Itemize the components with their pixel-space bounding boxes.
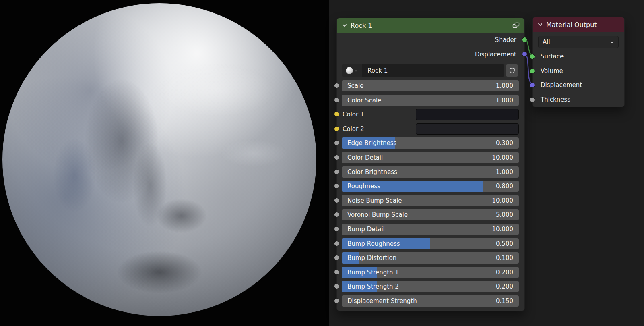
- input-socket[interactable]: [334, 198, 339, 203]
- color-swatch[interactable]: [416, 123, 519, 135]
- input-socket[interactable]: [334, 284, 339, 289]
- input-socket[interactable]: [334, 98, 339, 103]
- displacement-output-label: Displacement: [475, 51, 516, 58]
- value-slider[interactable]: Voronoi Bump Scale5.000: [342, 209, 519, 220]
- material-name-field[interactable]: Rock 1: [362, 64, 504, 77]
- render-target-dropdown[interactable]: All: [538, 36, 619, 48]
- material-datablock-row: Rock 1: [342, 64, 518, 77]
- node-group-icon: [512, 22, 520, 29]
- node-rock1[interactable]: Rock 1 Shader Displacement Rock 1 Scale1…: [336, 18, 525, 311]
- value-slider[interactable]: Color Scale1.000: [342, 95, 519, 106]
- input-socket[interactable]: [530, 83, 535, 88]
- slider-input-row: Roughness0.800: [337, 181, 524, 192]
- input-socket[interactable]: [334, 140, 339, 145]
- slider-input-row: Bump Detail10.000: [337, 224, 524, 235]
- slider-input-row: Scale1.000: [337, 80, 524, 91]
- slider-input-row: Color Brightness1.000: [337, 166, 524, 178]
- material-icon: [346, 67, 353, 74]
- color-input-row: Color 2: [337, 123, 524, 135]
- slider-label: Color Brightness: [347, 166, 397, 178]
- slider-label: Voronoi Bump Scale: [347, 209, 408, 220]
- value-slider[interactable]: Noise Bump Scale10.000: [342, 195, 519, 206]
- slider-value: 0.150: [496, 295, 513, 307]
- input-socket[interactable]: [530, 69, 535, 74]
- input-socket[interactable]: [334, 241, 339, 246]
- input-label: Displacement: [541, 81, 582, 89]
- collapse-chevron-icon[interactable]: [537, 22, 543, 27]
- value-slider[interactable]: Edge Brightness0.300: [342, 137, 519, 149]
- shader-output-label: Shader: [495, 36, 516, 44]
- blender-shader-editor: Rock 1 Shader Displacement Rock 1 Scale1…: [0, 0, 644, 326]
- slider-input-row: Displacement Strength0.150: [337, 295, 524, 307]
- color-swatch[interactable]: [416, 109, 519, 120]
- input-socket[interactable]: [334, 155, 339, 160]
- input-socket[interactable]: [334, 212, 339, 217]
- output-row-displacement: Displacement: [337, 47, 524, 62]
- value-slider[interactable]: Bump Strength 10.200: [342, 267, 519, 278]
- material-preview-viewport[interactable]: [0, 0, 329, 326]
- input-socket[interactable]: [530, 97, 535, 102]
- slider-value: 0.200: [496, 281, 513, 292]
- output-row-shader: Shader: [337, 33, 524, 47]
- rock1-node-title: Rock 1: [351, 22, 509, 29]
- material-browse-button[interactable]: [342, 64, 362, 77]
- value-slider[interactable]: Color Detail10.000: [342, 152, 519, 163]
- slider-value: 1.000: [496, 166, 513, 178]
- rock1-node-header[interactable]: Rock 1: [337, 18, 524, 33]
- material-output-header[interactable]: Material Output: [533, 17, 624, 32]
- value-slider[interactable]: Bump Strength 20.200: [342, 281, 519, 292]
- value-slider[interactable]: Scale1.000: [342, 80, 519, 91]
- value-slider[interactable]: Color Brightness1.000: [342, 166, 519, 178]
- output-node-input-row: Surface: [533, 50, 624, 64]
- slider-value: 10.000: [492, 195, 514, 206]
- slider-label: Bump Detail: [347, 224, 385, 235]
- chevron-down-icon: [354, 69, 358, 73]
- value-slider[interactable]: Roughness0.800: [342, 181, 519, 192]
- input-label: Surface: [541, 53, 564, 60]
- slider-input-row: Edge Brightness0.300: [337, 137, 524, 149]
- displacement-output-socket[interactable]: [522, 52, 527, 57]
- input-socket[interactable]: [334, 112, 339, 117]
- slider-value: 0.500: [496, 238, 513, 249]
- input-socket[interactable]: [530, 54, 535, 59]
- slider-label: Scale: [347, 80, 363, 91]
- render-target-value: All: [543, 38, 550, 46]
- value-slider[interactable]: Bump Detail10.000: [342, 224, 519, 235]
- slider-input-row: Noise Bump Scale10.000: [337, 195, 524, 206]
- value-slider[interactable]: Displacement Strength0.150: [342, 295, 519, 307]
- material-output-inputs: SurfaceVolumeDisplacementThickness: [533, 50, 624, 107]
- slider-input-row: Bump Distortion0.100: [337, 252, 524, 264]
- input-socket[interactable]: [334, 226, 339, 232]
- slider-label: Noise Bump Scale: [347, 195, 402, 206]
- input-socket[interactable]: [334, 126, 339, 131]
- input-socket[interactable]: [334, 255, 339, 260]
- slider-label: Displacement Strength: [347, 295, 417, 307]
- slider-value: 0.300: [496, 137, 513, 149]
- slider-value: 10.000: [492, 224, 514, 235]
- collapse-chevron-icon[interactable]: [342, 23, 347, 28]
- fake-user-shield-button[interactable]: [506, 64, 518, 77]
- slider-label: Color Detail: [347, 152, 383, 163]
- input-socket[interactable]: [334, 83, 339, 88]
- input-socket[interactable]: [334, 169, 339, 174]
- slider-value: 0.800: [496, 181, 513, 192]
- input-label: Thickness: [541, 96, 570, 103]
- input-socket[interactable]: [334, 183, 339, 189]
- output-node-input-row: Volume: [533, 64, 624, 79]
- slider-input-row: Color Detail10.000: [337, 152, 524, 163]
- input-socket[interactable]: [334, 298, 339, 303]
- slider-input-row: Bump Strength 20.200: [337, 281, 524, 292]
- color-input-label: Color 1: [343, 109, 364, 120]
- shader-output-socket[interactable]: [522, 37, 527, 42]
- input-socket[interactable]: [334, 270, 339, 275]
- value-slider[interactable]: Bump Distortion0.100: [342, 252, 519, 264]
- rock-sphere-render: [2, 3, 316, 316]
- slider-value: 0.100: [496, 252, 513, 264]
- color-input-label: Color 2: [343, 123, 364, 135]
- node-material-output[interactable]: Material Output All SurfaceVolumeDisplac…: [532, 17, 625, 107]
- value-slider[interactable]: Bump Roughness0.500: [342, 238, 519, 249]
- slider-value: 5.000: [496, 209, 513, 220]
- slider-label: Bump Roughness: [347, 238, 400, 249]
- rock-node-inputs: Scale1.000Color Scale1.000Color 1Color 2…: [337, 80, 524, 310]
- slider-value: 1.000: [496, 80, 513, 91]
